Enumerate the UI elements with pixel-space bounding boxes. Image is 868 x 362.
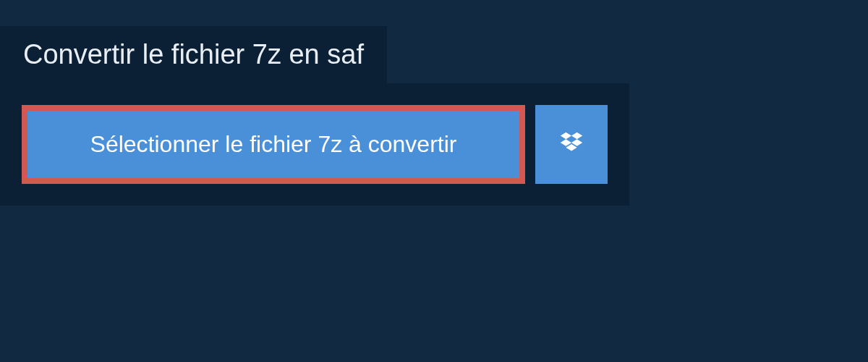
select-file-button[interactable]: Sélectionner le fichier 7z à convertir [22, 105, 525, 184]
upload-panel: Sélectionner le fichier 7z à convertir [0, 83, 629, 206]
select-file-label: Sélectionner le fichier 7z à convertir [90, 131, 457, 158]
dropbox-button[interactable] [535, 105, 608, 184]
page-title: Convertir le fichier 7z en saf [23, 39, 364, 70]
dropbox-icon [558, 130, 585, 159]
header-tab: Convertir le fichier 7z en saf [0, 26, 387, 83]
